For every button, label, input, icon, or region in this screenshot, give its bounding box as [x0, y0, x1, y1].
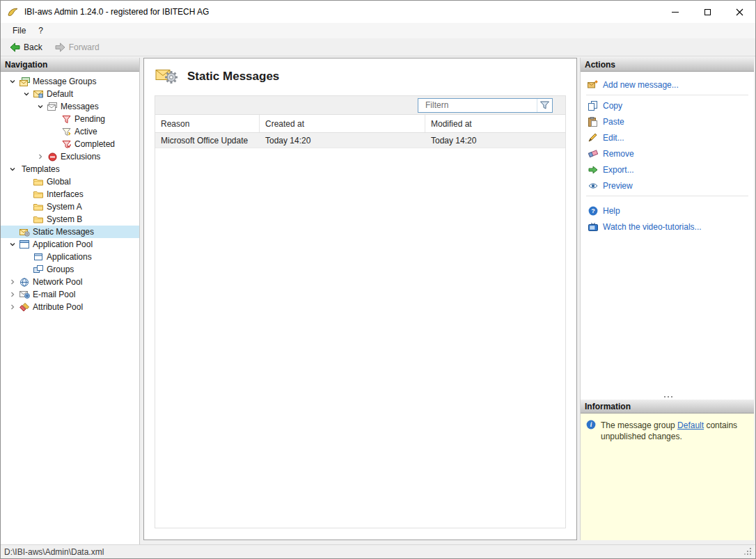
messages-table: Reason Created at Modified at Microsoft … — [155, 95, 566, 528]
video-tutorials-icon — [588, 221, 598, 232]
tree-label: Attribute Pool — [30, 302, 83, 312]
title-bar: IBI-aws Admin 1.24.0 - registered for IB… — [1, 1, 755, 23]
tree-item-message-groups[interactable]: Message Groups — [1, 75, 139, 88]
back-button[interactable]: Back — [5, 41, 47, 54]
chevron-right-icon[interactable] — [6, 276, 19, 288]
chevron-down-icon[interactable] — [6, 238, 19, 251]
tree-item-exclusions[interactable]: Exclusions — [1, 150, 139, 163]
tree-item-application-pool[interactable]: Application Pool — [1, 238, 139, 251]
column-header-created-at[interactable]: Created at — [260, 115, 425, 132]
chevron-placeholder — [20, 213, 33, 226]
forward-button[interactable]: Forward — [50, 41, 104, 54]
action-preview[interactable]: Preview — [581, 178, 754, 194]
tree-label: Pending — [72, 114, 105, 124]
filter-input[interactable] — [418, 100, 537, 110]
message-groups-icon — [19, 76, 30, 87]
folder-icon — [33, 189, 44, 200]
message-group-icon — [33, 88, 44, 100]
status-bar: D:\IBI-aws\Admin\Data.xml — [1, 544, 755, 558]
tree-item-default[interactable]: Default — [1, 88, 139, 100]
email-pool-icon — [19, 289, 30, 300]
chevron-right-icon[interactable] — [6, 301, 19, 313]
menu-bar: File ? — [1, 23, 755, 38]
static-messages-icon — [19, 226, 30, 237]
export-arrow-icon — [588, 164, 598, 175]
tree-item-groups[interactable]: Groups — [1, 263, 139, 276]
chevron-placeholder — [20, 188, 33, 200]
menu-help[interactable]: ? — [32, 24, 49, 37]
default-group-link[interactable]: Default — [677, 420, 704, 430]
cell-created-at: Today 14:20 — [260, 133, 425, 148]
tree-item-interfaces[interactable]: Interfaces — [1, 188, 139, 200]
chevron-down-icon[interactable] — [6, 163, 19, 175]
tree-label: Groups — [44, 265, 74, 274]
folder-icon — [33, 176, 44, 187]
tree-item-global[interactable]: Global — [1, 175, 139, 188]
action-watch-video-tutorials[interactable]: Watch the video-tutorials... — [581, 219, 754, 235]
filter-funnel-icon[interactable] — [537, 99, 552, 112]
chevron-right-icon[interactable] — [34, 150, 47, 163]
attribute-pool-icon — [19, 301, 30, 313]
table-row[interactable]: Microsoft Office Update Today 14:20 Toda… — [155, 133, 565, 148]
forward-arrow-icon — [55, 42, 65, 52]
network-pool-icon — [19, 276, 30, 288]
action-remove[interactable]: Remove — [581, 145, 754, 162]
tree-item-pending[interactable]: Pending — [1, 113, 139, 125]
navigation-tree: Message Groups Default Messages Pending — [1, 72, 139, 313]
minimize-button[interactable] — [659, 1, 691, 23]
info-text-prefix: The message group — [601, 420, 677, 430]
actions-divider — [586, 95, 748, 95]
resize-grip[interactable] — [747, 551, 748, 552]
preview-eye-icon — [588, 180, 598, 191]
cell-modified-at: Today 14:20 — [425, 133, 565, 148]
status-file-path: D:\IBI-aws\Admin\Data.xml — [4, 547, 104, 557]
folder-icon — [33, 201, 44, 212]
tree-item-completed[interactable]: Completed — [1, 138, 139, 150]
column-header-modified-at[interactable]: Modified at — [425, 115, 565, 132]
active-filter-icon — [61, 126, 72, 137]
tree-label: System A — [44, 202, 82, 212]
action-edit[interactable]: Edit... — [581, 129, 754, 145]
tree-label: Messages — [58, 102, 99, 111]
tree-item-applications[interactable]: Applications — [1, 251, 139, 263]
action-copy[interactable]: Copy — [581, 97, 754, 113]
chevron-down-icon[interactable] — [6, 75, 19, 88]
tree-item-messages[interactable]: Messages — [1, 100, 139, 113]
tree-item-active[interactable]: Active — [1, 125, 139, 138]
tree-item-system-b[interactable]: System B — [1, 213, 139, 226]
tree-item-network-pool[interactable]: Network Pool — [1, 276, 139, 288]
app-icon — [7, 6, 19, 18]
paste-icon — [588, 116, 598, 127]
tree-item-static-messages[interactable]: Static Messages — [1, 226, 139, 238]
action-help[interactable]: ? Help — [581, 203, 754, 219]
tree-item-attribute-pool[interactable]: Attribute Pool — [1, 301, 139, 313]
action-add-new-message[interactable]: Add new message... — [581, 77, 754, 93]
folder-icon — [33, 214, 44, 225]
tree-item-system-a[interactable]: System A — [1, 200, 139, 213]
tree-item-email-pool[interactable]: E-mail Pool — [1, 288, 139, 301]
navigation-panel: Navigation Message Groups Default Messag… — [1, 58, 140, 544]
applications-icon — [33, 251, 44, 262]
action-paste[interactable]: Paste — [581, 113, 754, 129]
close-button[interactable] — [723, 1, 755, 23]
action-export[interactable]: Export... — [581, 162, 754, 178]
tree-item-templates[interactable]: Templates — [1, 163, 139, 175]
actions-panel-resize-handle[interactable] — [668, 396, 669, 397]
menu-file[interactable]: File — [6, 24, 32, 37]
back-label: Back — [24, 42, 42, 52]
column-header-reason[interactable]: Reason — [155, 115, 260, 132]
tree-label: System B — [44, 214, 82, 224]
forward-label: Forward — [69, 42, 100, 52]
actions-list: Add new message... Copy Paste Edit... Re… — [581, 72, 754, 400]
help-icon: ? — [588, 205, 598, 216]
tree-label: Templates — [19, 164, 60, 174]
navigation-header: Navigation — [1, 58, 139, 72]
maximize-button[interactable] — [691, 1, 723, 23]
tree-label: Network Pool — [30, 277, 82, 287]
copy-icon — [588, 100, 598, 111]
chevron-right-icon[interactable] — [6, 288, 19, 301]
chevron-down-icon[interactable] — [20, 88, 33, 100]
messages-icon — [47, 101, 58, 112]
chevron-down-icon[interactable] — [34, 100, 47, 113]
tree-label: Active — [72, 127, 97, 136]
